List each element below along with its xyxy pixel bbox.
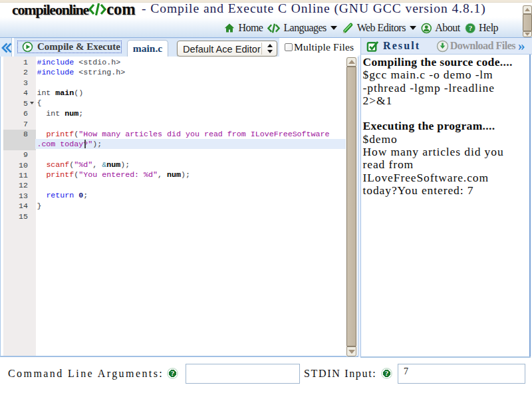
svg-text:?: ? xyxy=(468,24,471,32)
